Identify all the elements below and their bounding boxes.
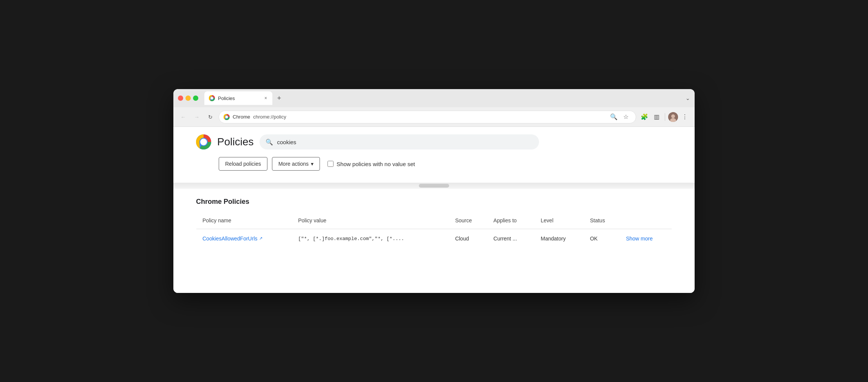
search-icon: 🔍 [266, 139, 273, 146]
search-lens-button[interactable]: 🔍 [609, 112, 619, 122]
col-status: Status [584, 212, 620, 229]
show-more-link[interactable]: Show more [626, 236, 653, 242]
svg-point-9 [201, 139, 206, 145]
window-chevron: ⌄ [686, 95, 690, 101]
col-applies-to: Applies to [487, 212, 534, 229]
status-cell: OK [584, 229, 620, 248]
address-bar-icons: 🔍 ☆ [609, 112, 631, 122]
address-favicon [224, 114, 230, 120]
title-bar: Policies × + ⌄ [173, 89, 695, 107]
bookmark-button[interactable]: ☆ [621, 112, 631, 122]
show-no-value-label[interactable]: Show policies with no value set [327, 161, 415, 167]
maximize-window-button[interactable] [193, 96, 198, 101]
policy-name-cell: CookiesAllowedForUrls ↗ [196, 229, 292, 248]
policy-search-box[interactable]: 🔍 [259, 134, 539, 149]
source-cell: Cloud [449, 229, 487, 248]
page-header: Policies 🔍 Reload policies More actions … [173, 127, 695, 183]
chrome-policies-title: Chrome Policies [196, 198, 672, 206]
table-row: CookiesAllowedForUrls ↗ ["*, [*.]foo.exa… [196, 229, 672, 248]
tab-favicon [209, 95, 215, 101]
svg-point-1 [211, 97, 213, 100]
tab-close-button[interactable]: × [264, 95, 268, 102]
page-title-row: Policies 🔍 [196, 134, 672, 149]
applies-to-cell: Current ... [487, 229, 534, 248]
address-bar[interactable]: Chrome chrome://policy 🔍 ☆ [219, 111, 636, 123]
col-level: Level [535, 212, 584, 229]
show-no-value-text: Show policies with no value set [337, 161, 415, 167]
reload-policies-button[interactable]: Reload policies [219, 157, 267, 171]
forward-button[interactable]: → [192, 112, 202, 122]
svg-point-5 [671, 114, 675, 118]
scroll-hint [173, 183, 695, 189]
back-icon: ← [181, 114, 186, 120]
level-cell: Mandatory [535, 229, 584, 248]
col-policy-value: Policy value [292, 212, 449, 229]
col-policy-name: Policy name [196, 212, 292, 229]
external-link-icon: ↗ [259, 236, 263, 241]
chrome-menu-icon: ⋮ [682, 113, 688, 120]
bookmark-icon: ☆ [623, 113, 629, 120]
policy-name-text: CookiesAllowedForUrls [202, 236, 258, 242]
policy-search-input[interactable] [277, 139, 533, 145]
policy-value-cell: ["*, [*.]foo.example.com","*, [*.... [292, 229, 449, 248]
policy-name-link[interactable]: CookiesAllowedForUrls ↗ [202, 236, 286, 242]
address-url: chrome://policy [253, 114, 605, 120]
page-content: Policies 🔍 Reload policies More actions … [173, 127, 695, 293]
browser-toolbar: 🧩 ▥ ⋮ [639, 112, 690, 122]
sidebar-button[interactable]: ▥ [651, 112, 662, 122]
forward-icon: → [194, 114, 199, 120]
profile-avatar[interactable] [668, 112, 678, 122]
reload-policies-label: Reload policies [225, 161, 261, 167]
show-no-value-checkbox[interactable] [327, 161, 334, 167]
toolbar: Reload policies More actions ▾ Show poli… [196, 157, 672, 177]
nav-bar: ← → ↻ Chrome chrome://policy 🔍 [173, 107, 695, 127]
chrome-menu-button[interactable]: ⋮ [680, 112, 690, 122]
svg-point-3 [225, 116, 228, 118]
new-tab-button[interactable]: + [274, 93, 284, 103]
policy-table: Policy name Policy value Source Applies … [196, 212, 672, 248]
page-title: Policies [217, 136, 253, 148]
col-source: Source [449, 212, 487, 229]
show-more-cell: Show more [620, 229, 672, 248]
policies-section: Chrome Policies Policy name Policy value… [173, 189, 695, 257]
extensions-button[interactable]: 🧩 [639, 112, 650, 122]
reload-button[interactable]: ↻ [205, 112, 216, 122]
extensions-icon: 🧩 [641, 113, 648, 120]
chrome-logo [196, 134, 211, 149]
policy-value-text: ["*, [*.]foo.example.com","*, [*.... [298, 236, 404, 242]
address-source-label: Chrome [233, 114, 250, 120]
close-window-button[interactable] [178, 96, 183, 101]
active-tab[interactable]: Policies × [204, 91, 272, 105]
back-button[interactable]: ← [178, 112, 188, 122]
more-actions-button[interactable]: More actions ▾ [272, 157, 320, 171]
reload-icon: ↻ [208, 114, 213, 120]
table-header-row: Policy name Policy value Source Applies … [196, 212, 672, 229]
tab-title: Policies [218, 96, 261, 101]
scroll-knob [419, 184, 449, 188]
tab-area: Policies × + [204, 91, 683, 105]
more-actions-arrow-icon: ▾ [311, 161, 314, 167]
browser-window: Policies × + ⌄ ← → ↻ Chrome chrome: [173, 89, 695, 293]
search-lens-icon: 🔍 [610, 113, 618, 120]
minimize-window-button[interactable] [185, 96, 191, 101]
col-actions [620, 212, 672, 229]
avatar-image [668, 112, 678, 122]
toolbar-separator [665, 113, 665, 121]
more-actions-label: More actions [278, 161, 309, 167]
sidebar-icon: ▥ [654, 113, 659, 120]
traffic-lights [178, 96, 198, 101]
